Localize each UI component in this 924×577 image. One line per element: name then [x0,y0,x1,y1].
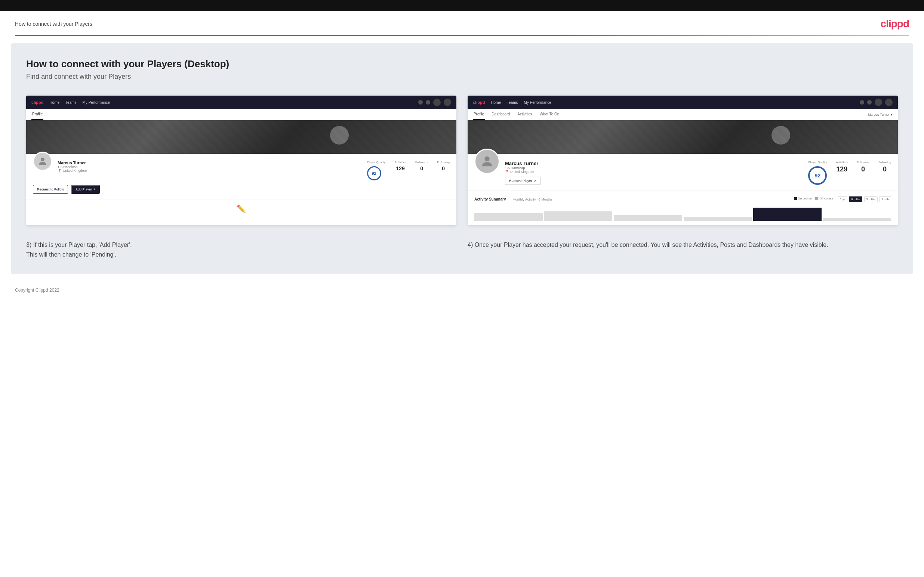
page-header: How to connect with your Players clippd [0,11,924,35]
legend-off-course: Off course [815,197,833,200]
activity-header-right: Activity Summary Monthly Activity · 6 Mo… [474,195,891,202]
header-divider [15,35,909,36]
tab-dashboard-right[interactable]: Dashboard [491,109,510,120]
mock-nav-teams-left: Teams [65,100,76,105]
activity-chart [474,206,891,221]
request-to-follow-button[interactable]: Request to Follow [33,185,68,194]
user-icon-right [867,100,872,105]
avatar-right [474,148,500,174]
avatar-icon-right [885,98,893,106]
mock-nav-home-right: Home [491,100,501,105]
avatar-icon-left [444,98,451,106]
mock-nav-performance-left: My Performance [82,100,110,105]
bar-4 [684,217,752,221]
mock-profile-right: Marcus Turner 1-5 Handicap 📍 United King… [468,154,898,190]
bar-6 [823,218,892,221]
filter-1mth[interactable]: 1 mth [879,197,891,202]
mock-nav-performance-right: My Performance [524,100,551,105]
tab-activities-right[interactable]: Activities [517,109,533,120]
off-course-dot [815,197,818,200]
svg-point-0 [41,158,44,161]
filter-buttons: 1 yr 6 mths 3 mths 1 mth [838,195,891,202]
search-icon-right [860,100,864,105]
player-info-right: Marcus Turner 1-5 Handicap 📍 United King… [505,159,541,185]
descriptions-row: 3) If this is your Player tap, 'Add Play… [26,240,898,259]
location-icon-right: 📍 [505,170,509,174]
mock-tabs-left: Profile [26,109,456,120]
chevron-down-icon: ▾ [891,113,893,116]
mock-nav-icons-right [860,98,893,106]
mock-logo-right: clippd [473,100,485,105]
search-icon-left [418,100,423,105]
stat-followers-right: Followers 0 [857,161,869,173]
settings-icon-left [433,98,441,106]
loading-icon-left: ✏️ [237,204,246,213]
clippd-logo: clippd [880,18,909,30]
copyright-text: Copyright Clippd 2022 [15,288,60,293]
mock-logo-left: clippd [31,100,44,105]
bar-1 [474,213,543,221]
settings-icon-right [875,98,882,106]
page-subtitle: Find and connect with your Players [26,73,898,81]
mock-profile-left: Marcus Turner 1-5 Handicap 📍 United King… [26,154,456,199]
profile-header-left: Marcus Turner 1-5 Handicap 📍 United King… [33,159,450,181]
activity-summary-right: Activity Summary Monthly Activity · 6 Mo… [468,190,898,225]
mock-nav-home-left: Home [49,100,60,105]
filter-6mths[interactable]: 6 mths [849,197,862,202]
stat-following-left: Following 0 [437,161,450,171]
user-icon-left [426,100,430,105]
bar-3 [614,215,682,221]
golf-banner-left [26,120,456,154]
stat-activities-right: Activities 129 [836,161,848,173]
page-footer: Copyright Clippd 2022 [0,282,924,299]
tabs-list-right: Profile Dashboard Activities What To On [473,109,560,120]
filter-1yr[interactable]: 1 yr [838,197,847,202]
screenshot-left: clippd Home Teams My Performance Profile [26,96,456,225]
breadcrumb: How to connect with your Players [15,21,92,27]
tab-profile-left[interactable]: Profile [31,109,44,120]
bar-2 [544,211,613,221]
screenshot-bottom-left: ✏️ [26,199,456,218]
stat-followers-left: Followers 0 [415,161,428,171]
activity-filters: On course Off course 1 yr 6 mths 3 mths … [794,195,891,202]
svg-point-1 [485,156,489,161]
player-handicap-right: 1-5 Handicap [505,166,541,170]
activity-title-wrap: Activity Summary Monthly Activity · 6 Mo… [474,195,552,202]
activity-title: Activity Summary [474,197,506,201]
stat-following-right: Following 0 [879,161,891,173]
user-label-right: Marcus Turner ▾ [868,113,893,116]
description-text-right: 4) Once your Player has accepted your re… [468,240,898,250]
description-right: 4) Once your Player has accepted your re… [468,240,898,259]
player-stats-left: Player Quality 92 Activities 129 Followe… [367,159,450,181]
page-title: How to connect with your Players (Deskto… [26,58,898,70]
tab-profile-right[interactable]: Profile [473,109,485,120]
player-name-right: Marcus Turner [505,161,541,166]
player-handicap-left: 1-5 Handicap [58,165,87,169]
player-stats-right: Player Quality 92 Activities 129 Followe… [808,159,891,185]
bar-5 [753,208,822,221]
golf-banner-right [468,120,898,154]
activity-subtitle: Monthly Activity · 6 Months [512,198,552,201]
description-text-left: 3) If this is your Player tap, 'Add Play… [26,240,456,259]
screenshots-row: clippd Home Teams My Performance Profile [26,96,898,225]
player-location-left: 📍 United Kingdom [58,169,87,172]
player-name-left: Marcus Turner [58,161,87,165]
mock-navbar-left: clippd Home Teams My Performance [26,96,456,109]
remove-player-button[interactable]: Remove Player ✕ [505,177,541,185]
add-player-button[interactable]: Add Player + [71,185,100,194]
tab-what-to-on-right[interactable]: What To On [539,109,560,120]
quality-ring-left: 92 [367,166,381,181]
mock-navbar-right: clippd Home Teams My Performance [468,96,898,109]
mock-nav-teams-right: Teams [507,100,518,105]
quality-wrap-right: Player Quality 92 [808,161,827,185]
profile-buttons-left: Request to Follow Add Player + [33,185,450,194]
filter-3mths[interactable]: 3 mths [864,197,878,202]
quality-wrap-left: Player Quality 92 [367,161,386,181]
player-location-right: 📍 United Kingdom [505,170,541,174]
location-icon-left: 📍 [58,169,62,172]
avatar-left [33,152,52,171]
profile-header-right: Marcus Turner 1-5 Handicap 📍 United King… [474,159,891,185]
legend-on-course: On course [794,197,812,200]
player-info-left: Marcus Turner 1-5 Handicap 📍 United King… [58,159,87,172]
mock-tabs-right: Profile Dashboard Activities What To On … [468,109,898,120]
